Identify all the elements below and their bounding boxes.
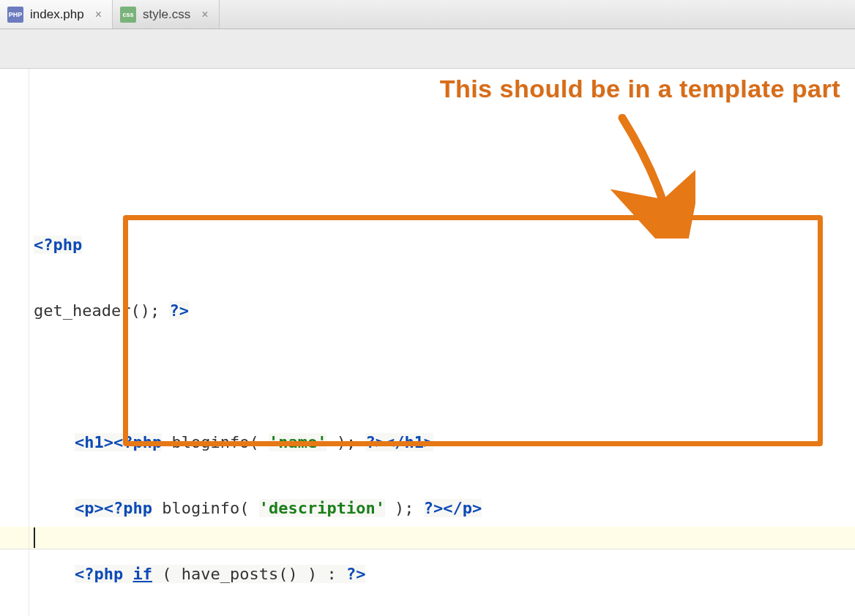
tab-bar: PHP index.php × css style.css × xyxy=(0,0,855,29)
code-line: <p><?php bloginfo( 'description' ); ?></… xyxy=(34,497,855,519)
tab-label: index.php xyxy=(30,7,84,22)
code-line: <h1><?php bloginfo( 'name' ); ?></h1> xyxy=(34,432,855,454)
gutter xyxy=(0,69,29,616)
code-line xyxy=(34,366,855,388)
php-file-icon: PHP xyxy=(7,7,23,23)
code-editor[interactable]: <?php get_header(); ?> <h1><?php bloginf… xyxy=(0,69,855,616)
section-divider xyxy=(0,549,855,549)
tab-label: style.css xyxy=(143,7,190,22)
code-line: get_header(); ?> xyxy=(34,300,855,322)
code-line: <?php xyxy=(34,234,855,256)
text-cursor xyxy=(34,527,35,548)
breadcrumb-bar xyxy=(0,29,855,69)
code-line: <?php if ( have_posts() ) : ?> xyxy=(34,563,855,585)
current-line-highlight xyxy=(0,527,855,549)
css-file-icon: css xyxy=(120,7,136,23)
annotation-arrow-icon xyxy=(578,114,695,238)
close-icon[interactable]: × xyxy=(95,8,102,21)
tab-index-php[interactable]: PHP index.php × xyxy=(0,0,113,29)
close-icon[interactable]: × xyxy=(201,8,208,21)
tab-style-css[interactable]: css style.css × xyxy=(113,0,220,29)
annotation-text: This should be in a template part xyxy=(440,78,840,99)
